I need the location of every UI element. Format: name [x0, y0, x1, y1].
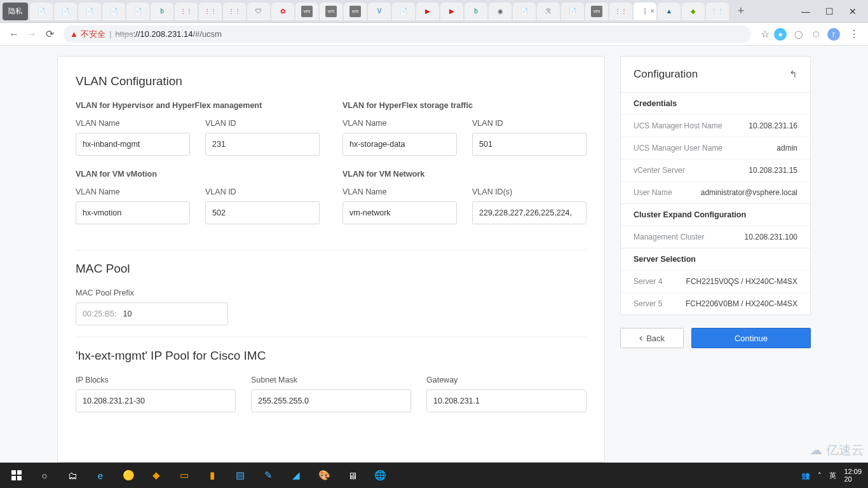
browser-tab[interactable]: ✿	[271, 3, 294, 20]
browser-tab[interactable]: b	[151, 3, 173, 20]
people-icon[interactable]: 👥	[801, 471, 810, 480]
window-minimize-icon[interactable]: —	[801, 6, 810, 17]
browser-tab[interactable]: ▶	[440, 3, 463, 20]
paint-icon[interactable]: 🎨	[310, 463, 338, 488]
browser-tab[interactable]: 🛡	[247, 3, 270, 20]
clock[interactable]: 12:0920	[844, 468, 862, 483]
browser-tab[interactable]: ▶	[416, 3, 439, 20]
ip-blocks-input[interactable]	[76, 390, 236, 412]
config-summary-title: Configuration	[634, 68, 698, 81]
browser-tab[interactable]: vm	[585, 3, 608, 20]
browser-tab[interactable]: 📄	[513, 3, 536, 20]
close-tab-icon[interactable]: ×	[651, 7, 654, 15]
window-close-icon[interactable]: ✕	[849, 6, 857, 17]
nav-forward-button[interactable]: →	[23, 25, 41, 43]
browser-tab[interactable]: ◆	[682, 3, 705, 20]
vlan-name-input[interactable]	[342, 201, 457, 224]
ime-indicator[interactable]: 英	[829, 471, 836, 480]
browser-tab[interactable]: ⋮⋮	[199, 3, 222, 20]
browser-tab[interactable]: 📄	[78, 3, 101, 20]
back-button[interactable]: Back	[620, 328, 684, 348]
bookmark-icon[interactable]: ☆	[756, 25, 774, 43]
app-icon[interactable]: 🌐	[366, 463, 394, 488]
vlan-id-input[interactable]	[205, 201, 320, 224]
cortana-icon[interactable]: ○	[31, 463, 58, 488]
mac-prefix-field[interactable]: 00:25:B5:	[76, 302, 228, 325]
vlan-name-input[interactable]	[342, 133, 457, 156]
chrome-icon[interactable]: 🟡	[114, 463, 142, 488]
browser-tab[interactable]: 📄	[392, 3, 415, 20]
extension-icon[interactable]: ◯	[792, 28, 804, 41]
url-host: ://10.208.231.14	[133, 29, 193, 39]
browser-tab[interactable]: ⋮⋮	[706, 3, 729, 20]
vmware-icon[interactable]: ▭	[170, 463, 198, 488]
browser-tab[interactable]: ℛ	[537, 3, 560, 20]
browser-tab[interactable]: ◉	[489, 3, 512, 20]
system-tray[interactable]: 👥 ˄ 英 12:0920	[801, 468, 865, 483]
url-path: /#/ucsm	[193, 29, 222, 39]
wireshark-icon[interactable]: ◢	[282, 463, 310, 488]
browser-tab-active[interactable]: |×	[634, 3, 656, 20]
browser-tab[interactable]: 📄	[126, 3, 149, 20]
app-icon[interactable]: ✎	[254, 463, 282, 488]
browser-tab[interactable]: vm	[295, 3, 318, 20]
url-input[interactable]: ▲不安全 | https://10.208.231.14/#/ucsm	[64, 25, 751, 43]
browser-tab[interactable]: 📄	[102, 3, 125, 20]
vlan-id-input[interactable]	[472, 133, 587, 156]
summary-row: Management Cluster10.208.231.100	[621, 226, 810, 248]
window-maximize-icon[interactable]: ☐	[825, 6, 834, 17]
vsphere-icon[interactable]: ◆	[142, 463, 170, 488]
browser-tab[interactable]: ⋮⋮	[609, 3, 632, 20]
vlan-name-input[interactable]	[76, 201, 190, 224]
field-label: VLAN ID	[472, 119, 587, 128]
nav-back-button[interactable]: ←	[5, 25, 23, 43]
nav-reload-button[interactable]: ⟳	[41, 25, 58, 43]
wizard-buttons: Back Continue	[620, 328, 811, 348]
vlan-name-input[interactable]	[76, 133, 190, 156]
field-label: VLAN ID(s)	[472, 187, 587, 196]
file-explorer-icon[interactable]: 🗂	[58, 463, 86, 488]
browser-tab[interactable]: 📄	[54, 3, 77, 20]
side-column: Configuration ↰ Credentials UCS Manager …	[620, 56, 811, 463]
browser-tab[interactable]: b	[465, 3, 487, 20]
vlan-id-input[interactable]	[472, 201, 587, 224]
field-label: VLAN Name	[342, 187, 457, 196]
not-secure-warning: ▲不安全	[70, 29, 105, 40]
menu-icon[interactable]: ⋮	[845, 25, 863, 43]
ie-icon[interactable]: e	[86, 463, 114, 488]
collapse-icon[interactable]: ↰	[789, 69, 797, 80]
subnet-mask-input[interactable]	[251, 390, 411, 412]
browser-tab[interactable]: ▲	[658, 3, 681, 20]
summary-row: UCS Manager Host Name10.208.231.16	[621, 114, 810, 137]
start-button[interactable]	[3, 463, 31, 488]
url-protocol: https	[115, 29, 133, 39]
browser-tab[interactable]: 📄	[561, 3, 584, 20]
mac-prefix-input[interactable]	[117, 302, 221, 325]
continue-button[interactable]: Continue	[691, 328, 811, 348]
gateway-input[interactable]	[426, 390, 587, 412]
svg-rect-3	[17, 476, 22, 480]
tray-chevron-icon[interactable]: ˄	[818, 471, 822, 480]
browser-tab[interactable]: ⋮⋮	[223, 3, 246, 20]
sublime-icon[interactable]: ▮	[198, 463, 226, 488]
app-icon[interactable]: 🖥	[338, 463, 366, 488]
main-panel: VLAN Configuration VLAN for Hypervisor a…	[57, 56, 605, 463]
vlan-storage-heading: VLAN for HyperFlex storage traffic	[342, 101, 587, 110]
field-label: VLAN ID	[205, 187, 320, 196]
summary-row: User Nameadministrator@vsphere.local	[621, 181, 810, 203]
cluster-heading: Cluster Expand Configuration	[621, 203, 810, 226]
address-bar: ← → ⟳ ▲不安全 | https://10.208.231.14/#/ucs…	[0, 23, 868, 46]
profile-avatar[interactable]: r	[827, 28, 840, 41]
browser-tab[interactable]: 📄	[30, 3, 53, 20]
extension-icon[interactable]: ⬡	[810, 28, 822, 41]
vlan-id-input[interactable]	[205, 133, 320, 156]
app-icon[interactable]: ▤	[226, 463, 254, 488]
browser-tab[interactable]: vm	[320, 3, 342, 20]
browser-tab[interactable]: ⋮⋮	[175, 3, 198, 20]
divider	[76, 250, 587, 250]
browser-tab[interactable]: V	[368, 3, 391, 20]
browser-tab[interactable]: vm	[344, 3, 367, 20]
extension-icon[interactable]: ●	[774, 28, 787, 41]
servers-heading: Server Selection	[621, 248, 810, 270]
new-tab-button[interactable]: +	[733, 4, 749, 19]
